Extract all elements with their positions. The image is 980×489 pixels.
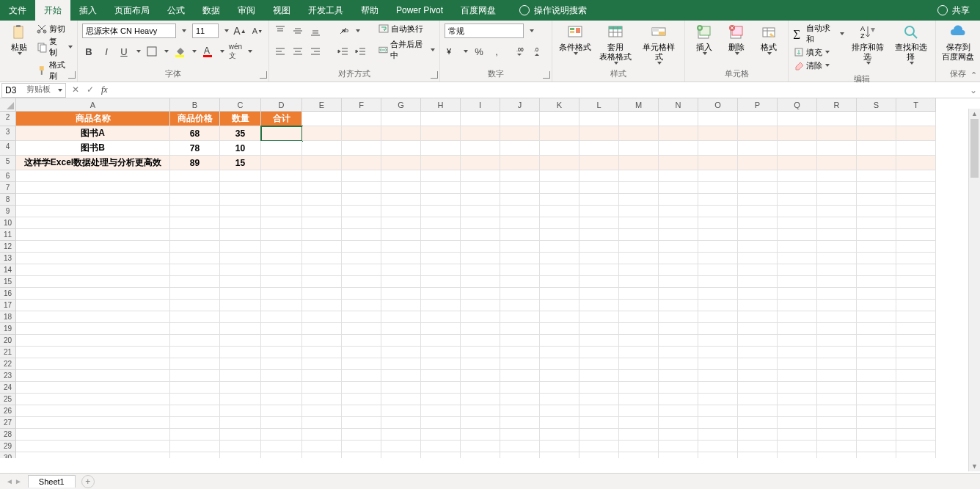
font-size-select[interactable] — [192, 23, 219, 38]
cell[interactable] — [778, 370, 817, 382]
cell[interactable] — [778, 347, 817, 358]
cell[interactable] — [16, 241, 170, 253]
cell[interactable] — [857, 370, 896, 382]
cell[interactable] — [261, 206, 302, 217]
cell[interactable] — [302, 429, 342, 441]
cell[interactable] — [500, 194, 540, 206]
font-name-select[interactable] — [82, 23, 176, 38]
cell[interactable] — [302, 288, 342, 300]
cell[interactable] — [170, 382, 220, 394]
cell[interactable] — [461, 382, 500, 394]
cell[interactable] — [540, 206, 579, 217]
cell[interactable] — [421, 194, 461, 206]
cell[interactable] — [421, 429, 461, 441]
cell[interactable] — [896, 417, 936, 429]
increase-font-button[interactable]: A▲ — [233, 24, 246, 37]
cell[interactable] — [261, 241, 302, 253]
share-button[interactable]: 共享 — [927, 4, 980, 17]
cell[interactable] — [817, 253, 857, 264]
cell[interactable] — [540, 358, 579, 370]
vertical-scrollbar[interactable]: ▲ ▼ — [968, 109, 980, 458]
cell[interactable] — [381, 358, 421, 370]
cell[interactable] — [540, 170, 579, 182]
row-header[interactable]: 5 — [0, 156, 16, 170]
cell[interactable] — [500, 417, 540, 429]
column-header[interactable]: G — [381, 98, 421, 112]
decrease-font-button[interactable]: A▼ — [251, 24, 264, 37]
cell[interactable] — [778, 141, 817, 156]
cell[interactable] — [738, 229, 778, 241]
cell[interactable] — [738, 182, 778, 194]
cell[interactable] — [16, 335, 170, 347]
cell[interactable] — [778, 394, 817, 405]
chevron-down-icon[interactable] — [248, 50, 252, 53]
clipboard-launcher[interactable] — [68, 71, 76, 79]
chevron-down-icon[interactable] — [220, 50, 224, 53]
cell[interactable] — [302, 300, 342, 311]
cell[interactable] — [220, 429, 261, 441]
clear-button[interactable]: 清除 — [793, 59, 844, 72]
cell[interactable] — [170, 288, 220, 300]
cell[interactable] — [619, 405, 659, 417]
column-header[interactable]: S — [857, 98, 896, 112]
number-format-select[interactable] — [445, 23, 524, 38]
cell[interactable] — [500, 452, 540, 458]
cell[interactable] — [500, 126, 540, 141]
cell[interactable] — [738, 206, 778, 217]
cell[interactable] — [461, 217, 500, 229]
cell[interactable] — [16, 358, 170, 370]
cell[interactable] — [738, 429, 778, 441]
cell[interactable] — [540, 264, 579, 276]
cell[interactable] — [170, 358, 220, 370]
row-header[interactable]: 23 — [0, 370, 16, 382]
cell[interactable] — [421, 206, 461, 217]
cell[interactable] — [619, 194, 659, 206]
cell[interactable] — [698, 276, 738, 288]
cell[interactable] — [817, 394, 857, 405]
align-top-button[interactable] — [274, 24, 287, 37]
cell[interactable] — [170, 170, 220, 182]
column-header[interactable]: C — [220, 98, 261, 112]
cell[interactable] — [500, 112, 540, 126]
cell[interactable] — [342, 253, 381, 264]
cell[interactable] — [817, 417, 857, 429]
cell[interactable]: 89 — [170, 156, 220, 170]
cell[interactable] — [579, 288, 619, 300]
cell[interactable] — [778, 253, 817, 264]
cell[interactable] — [500, 335, 540, 347]
cell[interactable] — [778, 194, 817, 206]
cell[interactable] — [500, 217, 540, 229]
cell[interactable] — [220, 405, 261, 417]
cell[interactable] — [381, 264, 421, 276]
orientation-button[interactable]: ab — [337, 24, 350, 37]
cell[interactable] — [896, 156, 936, 170]
cell[interactable] — [261, 394, 302, 405]
cell[interactable] — [778, 429, 817, 441]
cell[interactable] — [778, 441, 817, 452]
cell[interactable] — [461, 288, 500, 300]
cell[interactable] — [698, 141, 738, 156]
cell[interactable] — [170, 441, 220, 452]
tell-me-search[interactable]: 操作说明搜索 — [519, 4, 587, 17]
cell[interactable] — [659, 229, 698, 241]
row-header[interactable]: 24 — [0, 382, 16, 394]
cell[interactable] — [896, 217, 936, 229]
row-header[interactable]: 18 — [0, 311, 16, 323]
cell[interactable] — [698, 300, 738, 311]
cell[interactable] — [16, 300, 170, 311]
cell[interactable] — [738, 217, 778, 229]
cell[interactable] — [16, 370, 170, 382]
cell[interactable] — [778, 300, 817, 311]
cell[interactable] — [461, 300, 500, 311]
cell[interactable] — [261, 405, 302, 417]
cell[interactable] — [540, 156, 579, 170]
cell[interactable] — [857, 358, 896, 370]
row-header[interactable]: 21 — [0, 347, 16, 358]
cell[interactable] — [857, 335, 896, 347]
cell[interactable] — [381, 241, 421, 253]
cell[interactable] — [579, 264, 619, 276]
cell[interactable] — [579, 253, 619, 264]
cell[interactable] — [342, 264, 381, 276]
cell[interactable] — [698, 229, 738, 241]
cell[interactable] — [778, 156, 817, 170]
